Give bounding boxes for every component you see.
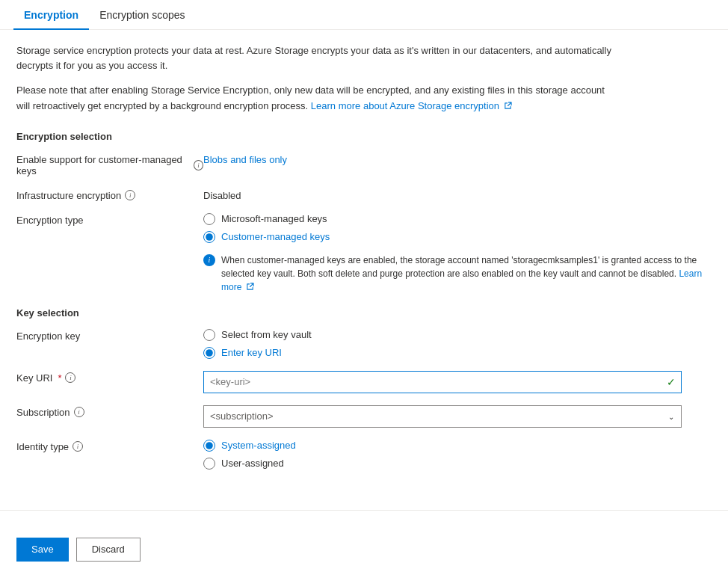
system-assigned-label: System-assigned: [221, 440, 296, 451]
infrastructure-encryption-row: Infrastructure encryption i Disabled: [16, 188, 712, 201]
info-circle-icon: i: [203, 254, 215, 266]
identity-type-row: Identity type i System-assigned User-ass…: [16, 440, 712, 470]
system-assigned-radio[interactable]: [203, 440, 215, 452]
customer-managed-keys-row: Enable support for customer-managed keys…: [16, 153, 712, 176]
key-uri-input[interactable]: [203, 371, 682, 393]
encryption-selection-title: Encryption selection: [16, 131, 712, 142]
infrastructure-encryption-value: Disabled: [203, 188, 712, 201]
select-from-key-vault-radio[interactable]: [203, 329, 215, 341]
customer-managed-keys-radio-label: Customer-managed keys: [221, 231, 330, 242]
customer-managed-keys-radio[interactable]: [203, 231, 215, 243]
tab-encryption[interactable]: Encryption: [13, 0, 89, 30]
identity-type-options: System-assigned User-assigned: [203, 440, 712, 470]
external-link-icon: [504, 102, 512, 110]
customer-keys-info-icon[interactable]: i: [194, 160, 203, 170]
info-external-link-icon: [246, 283, 254, 291]
footer-buttons: Save Discard: [0, 526, 728, 572]
key-uri-row: Key URI * i ✓: [16, 371, 712, 393]
customer-managed-keys-value: Blobs and files only: [203, 153, 712, 165]
select-from-key-vault-option[interactable]: Select from key vault: [203, 329, 712, 341]
subscription-select-wrapper: <subscription> ⌄: [203, 405, 682, 428]
subscription-select[interactable]: <subscription>: [203, 405, 682, 428]
enter-key-uri-radio[interactable]: [203, 347, 215, 359]
key-uri-field-wrapper: ✓: [203, 371, 682, 393]
save-button[interactable]: Save: [16, 538, 69, 562]
encryption-key-row: Encryption key Select from key vault Ent…: [16, 329, 712, 359]
key-uri-label: Key URI * i: [16, 371, 203, 384]
intro-text: Storage service encryption protects your…: [16, 43, 614, 73]
discard-button[interactable]: Discard: [76, 538, 141, 562]
note-text: Please note that after enabling Storage …: [16, 83, 614, 114]
main-content: Storage service encryption protects your…: [0, 30, 728, 495]
customer-managed-keys-label: Enable support for customer-managed keys…: [16, 153, 203, 176]
enter-key-uri-label: Enter key URI: [221, 347, 282, 358]
infrastructure-info-icon[interactable]: i: [125, 190, 135, 200]
infrastructure-encryption-label: Infrastructure encryption i: [16, 188, 203, 201]
subscription-info-icon[interactable]: i: [74, 407, 84, 417]
user-assigned-label: User-assigned: [221, 458, 284, 469]
key-uri-info-icon[interactable]: i: [65, 372, 75, 383]
subscription-row: Subscription i <subscription> ⌄: [16, 405, 712, 428]
key-uri-input-wrapper: ✓: [203, 371, 712, 393]
tab-bar: Encryption Encryption scopes: [0, 0, 728, 30]
tab-encryption-scopes[interactable]: Encryption scopes: [89, 0, 195, 30]
subscription-dropdown-wrapper: <subscription> ⌄: [203, 405, 712, 428]
microsoft-managed-keys-option[interactable]: Microsoft-managed keys: [203, 213, 712, 225]
encryption-key-label: Encryption key: [16, 329, 203, 342]
identity-type-info-icon[interactable]: i: [73, 441, 83, 452]
encryption-key-options: Select from key vault Enter key URI: [203, 329, 712, 359]
select-from-key-vault-label: Select from key vault: [221, 329, 312, 340]
key-uri-check-icon: ✓: [667, 376, 676, 388]
footer-divider: [0, 510, 728, 511]
customer-keys-info-box: i When customer-managed keys are enabled…: [203, 252, 712, 295]
encryption-type-options: Microsoft-managed keys Customer-managed …: [203, 213, 712, 295]
microsoft-managed-keys-radio[interactable]: [203, 213, 215, 225]
microsoft-managed-keys-label: Microsoft-managed keys: [221, 213, 327, 224]
system-assigned-option[interactable]: System-assigned: [203, 440, 712, 452]
encryption-type-label: Encryption type: [16, 213, 203, 226]
identity-type-label: Identity type i: [16, 440, 203, 452]
user-assigned-option[interactable]: User-assigned: [203, 458, 712, 470]
enter-key-uri-option[interactable]: Enter key URI: [203, 347, 712, 359]
encryption-type-row: Encryption type Microsoft-managed keys C…: [16, 213, 712, 295]
key-selection-title: Key selection: [16, 307, 712, 319]
user-assigned-radio[interactable]: [203, 458, 215, 470]
info-box-text: When customer-managed keys are enabled, …: [221, 253, 712, 294]
subscription-label: Subscription i: [16, 405, 203, 418]
customer-managed-keys-option[interactable]: Customer-managed keys: [203, 231, 712, 243]
learn-more-link[interactable]: Learn more about Azure Storage encryptio…: [311, 100, 512, 111]
